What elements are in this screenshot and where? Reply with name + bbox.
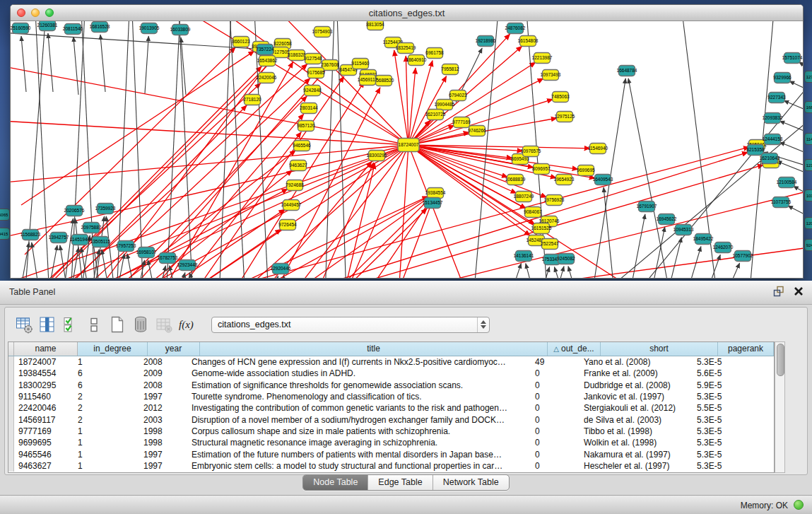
cell-short[interactable]: Tibbo et al. (1998) — [579, 426, 693, 436]
cell-pagerank[interactable]: 5.9E-5 — [693, 380, 744, 390]
graph-edge[interactable] — [604, 187, 615, 278]
column-header-out_degree[interactable]: △out_de... — [548, 342, 601, 356]
cell-name[interactable]: 18300295 — [14, 380, 73, 390]
new-table-icon[interactable] — [108, 315, 126, 334]
graph-node[interactable]: 13942757 — [49, 233, 69, 243]
graph-edge[interactable] — [117, 21, 129, 278]
graph-node[interactable]: 12213987 — [532, 53, 553, 64]
graph-edge[interactable] — [11, 145, 408, 240]
graph-edge[interactable] — [187, 147, 749, 278]
graph-node[interactable]: 17359928 — [95, 204, 116, 214]
cell-title[interactable]: Changes of HCN gene expression and I(f) … — [187, 357, 531, 367]
cell-in_degree[interactable]: 2 — [73, 392, 139, 402]
table-row[interactable]: 1872400712008Changes of HCN gene express… — [8, 356, 774, 368]
cell-pagerank[interactable]: 5.3E-5 — [693, 450, 744, 460]
graph-node[interactable]: 20975887 — [81, 223, 102, 233]
graph-node[interactable]: 8813054 — [366, 21, 384, 30]
network-canvas[interactable]: 1872400719384554183002958660123891295482… — [11, 21, 803, 278]
graph-node[interactable]: 9726454 — [278, 220, 297, 230]
cell-title[interactable]: Structural magnetic resonance image aver… — [187, 438, 531, 448]
table-row[interactable]: 1456911722003Disruption of a novel membe… — [8, 414, 774, 425]
graph-node[interactable]: 16154808 — [518, 36, 539, 47]
graph-edge[interactable] — [629, 214, 645, 278]
graph-edge[interactable] — [539, 267, 550, 279]
graph-node[interactable]: 9857120 — [297, 121, 315, 132]
graph-node[interactable]: 9699695 — [577, 165, 595, 176]
graph-node[interactable]: 16543862 — [257, 56, 278, 66]
graph-node[interactable]: 20206576 — [64, 206, 85, 216]
graph-edge[interactable] — [219, 21, 231, 278]
tab-node-table[interactable]: Node Table — [303, 475, 368, 490]
graph-node[interactable]: 18807249 — [514, 192, 534, 202]
graph-node[interactable]: 16409543 — [593, 175, 613, 185]
graph-edge[interactable] — [100, 35, 105, 92]
cell-year[interactable]: 1997 — [139, 450, 187, 460]
graph-node[interactable]: 14136141 — [514, 251, 534, 262]
graph-node[interactable]: 9115460 — [352, 59, 370, 69]
cell-pagerank[interactable]: 5.3E-5 — [693, 426, 744, 436]
table-row[interactable]: 911546021997Tourette syndrome. Phenomeno… — [8, 391, 774, 402]
graph-edge[interactable] — [568, 267, 577, 278]
cell-out_degree[interactable]: 0 — [531, 426, 579, 436]
graph-node[interactable]: 9329966 — [773, 73, 792, 83]
table-row[interactable]: 969969511998Structural magnetic resonanc… — [8, 437, 774, 448]
graph-node[interactable]: 10688839 — [505, 175, 526, 185]
graph-node[interactable]: 18300295 — [367, 151, 387, 161]
graph-edge[interactable] — [48, 33, 53, 92]
cell-out_degree[interactable]: 0 — [531, 415, 579, 425]
graph-node[interactable]: 9084067 — [524, 207, 542, 218]
graph-node[interactable]: 10449457 — [281, 200, 302, 211]
graph-node[interactable]: 12920446 — [271, 264, 291, 274]
cell-pagerank[interactable]: 5.5E-5 — [693, 403, 744, 413]
graph-edge[interactable] — [794, 186, 803, 206]
graph-node[interactable]: 16945622 — [657, 214, 677, 225]
table-row[interactable]: 946362711997Embryonic stem cells: a mode… — [8, 460, 774, 472]
cell-year[interactable]: 1998 — [139, 426, 187, 436]
graph-node[interactable]: 16033809 — [170, 25, 191, 35]
close-panel-icon[interactable] — [794, 286, 804, 299]
graph-edge[interactable] — [724, 263, 740, 278]
cell-short[interactable]: de Silva et al. (2003) — [579, 415, 693, 425]
graph-edge[interactable] — [279, 152, 748, 278]
graph-node[interactable]: 9175685 — [307, 68, 325, 78]
graph-node[interactable]: 16782753 — [158, 253, 178, 264]
cell-short[interactable]: Wolkin et al. (1998) — [579, 438, 693, 448]
graph-edge[interactable] — [73, 37, 78, 95]
cell-year[interactable]: 2009 — [139, 368, 187, 378]
cell-name[interactable]: 19384554 — [14, 368, 73, 378]
graph-node[interactable]: 8660123 — [232, 37, 250, 47]
graph-node[interactable]: 9127548 — [304, 54, 322, 64]
cell-name[interactable]: 18724007 — [14, 357, 73, 367]
cell-pagerank[interactable]: 5.3E-5 — [693, 461, 744, 471]
graph-node[interactable]: 19654923 — [554, 175, 575, 185]
cell-out_degree[interactable]: 0 — [531, 450, 579, 460]
cell-short[interactable]: Dudbridge et al. (2008) — [579, 380, 693, 390]
cell-title[interactable]: Investigating the contribution of common… — [187, 403, 531, 413]
row-height-icon[interactable] — [85, 315, 103, 334]
graph-node[interactable]: 2522547 — [541, 239, 559, 250]
cell-year[interactable]: 1998 — [139, 438, 187, 448]
cell-pagerank[interactable]: 5.3E-5 — [693, 357, 744, 367]
graph-node[interactable]: 9245082 — [557, 254, 575, 264]
cell-out_degree[interactable]: 0 — [531, 403, 579, 413]
graph-node[interactable]: 9463627 — [289, 160, 307, 171]
graph-node[interactable]: 12975125 — [555, 112, 575, 122]
graph-node[interactable]: 16816528 — [90, 22, 110, 33]
cell-out_degree[interactable]: 0 — [531, 438, 579, 448]
graph-node[interactable]: 15751074 — [782, 53, 803, 64]
cell-pagerank[interactable]: 5.3E-5 — [693, 392, 744, 402]
graph-edge[interactable] — [789, 81, 803, 100]
graph-node[interactable]: 16958107 — [136, 247, 157, 258]
cell-out_degree[interactable]: 0 — [531, 368, 579, 378]
column-header-short[interactable]: short — [601, 342, 718, 356]
graph-node[interactable]: 19013905 — [139, 23, 160, 34]
graph-node[interactable]: 19218986 — [476, 36, 496, 47]
function-builder-icon[interactable]: f(x) — [178, 315, 196, 334]
dropdown-stepper-icon[interactable] — [477, 317, 489, 332]
cell-in_degree[interactable]: 1 — [73, 438, 139, 448]
graph-node[interactable]: 16791907 — [637, 201, 657, 212]
graph-node[interactable]: 16210643 — [760, 153, 780, 164]
table-selector-dropdown[interactable]: citations_edges.txt — [211, 317, 490, 333]
cell-pagerank[interactable]: 5.6E-5 — [693, 368, 744, 378]
graph-node[interactable]: 10976575 — [521, 146, 541, 157]
